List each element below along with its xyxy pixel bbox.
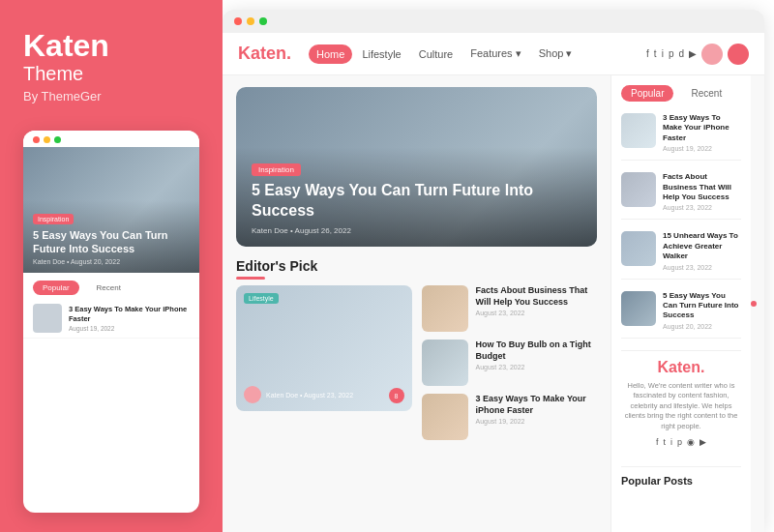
dot-red bbox=[33, 136, 40, 143]
sidebar-medium-icon[interactable]: ◉ bbox=[687, 437, 695, 447]
browser-nav: Katen. Home Lifestyle Culture Features ▾… bbox=[223, 33, 764, 75]
nav-links: Home Lifestyle Culture Features ▾ Shop ▾ bbox=[309, 44, 646, 64]
brand-by: By ThemeGer bbox=[23, 89, 199, 103]
editor-list-item-1[interactable]: How To Buy Bulb on a Tight Budget August… bbox=[422, 340, 598, 386]
dot-yellow bbox=[44, 136, 50, 143]
editor-meta-text: Katen Doe • August 23, 2022 bbox=[266, 392, 353, 399]
sidebar-twitter-icon[interactable]: t bbox=[663, 437, 666, 447]
editor-right-col: Facts About Business That Will Help You … bbox=[422, 285, 598, 440]
editor-thumb-2 bbox=[422, 394, 468, 440]
editors-section-header: Editor's Pick bbox=[236, 258, 597, 280]
instagram-icon: i bbox=[662, 48, 664, 59]
sidebar-post-info-2: 15 Unheard Ways To Achieve Greater Walke… bbox=[663, 231, 741, 270]
editor-info-2: 3 Easy Ways To Make Your iPhone Faster A… bbox=[476, 394, 598, 425]
editor-card-meta: Katen Doe • August 23, 2022 bbox=[244, 386, 353, 403]
hero-tag: Inspiration bbox=[252, 163, 301, 176]
editor-list-item-0[interactable]: Facts About Business That Will Help You … bbox=[422, 285, 598, 332]
mobile-tag: Inspiration bbox=[33, 214, 74, 224]
sidebar-brand-name: Katen. bbox=[621, 359, 741, 376]
sidebar-post-info-3: 5 Easy Ways You Can Turn Future Into Suc… bbox=[663, 291, 741, 330]
scroll-indicator bbox=[751, 75, 764, 532]
facebook-icon: f bbox=[646, 48, 649, 59]
editors-grid: Lifestyle Katen Doe • August 23, 2022 8 bbox=[236, 285, 597, 440]
editor-info-1: How To Buy Bulb on a Tight Budget August… bbox=[476, 340, 598, 370]
hero-title: 5 Easy Ways You Can Turn Future Into Suc… bbox=[252, 181, 542, 222]
editor-title-1: How To Buy Bulb on a Tight Budget bbox=[476, 340, 598, 362]
editor-date-0: August 23, 2022 bbox=[476, 310, 598, 316]
comments-badge: 8 bbox=[389, 388, 404, 403]
sidebar-post-0[interactable]: 3 Easy Ways To Make Your iPhone Faster A… bbox=[621, 113, 741, 161]
sidebar-thumb-0 bbox=[621, 113, 656, 148]
section-underline bbox=[236, 277, 265, 280]
nav-avatar-1[interactable] bbox=[701, 44, 723, 65]
browser-center: Inspiration 5 Easy Ways You Can Turn Fut… bbox=[223, 75, 610, 532]
browser-topbar bbox=[223, 10, 764, 33]
mobile-list-text: 3 Easy Ways To Make Your iPhone Faster A… bbox=[69, 305, 190, 332]
sidebar-tabs: Popular Recent bbox=[621, 85, 741, 102]
sidebar-post-2[interactable]: 15 Unheard Ways To Achieve Greater Walke… bbox=[621, 231, 741, 279]
sidebar-post-date-2: August 23, 2022 bbox=[663, 264, 741, 271]
sidebar-post-1[interactable]: Facts About Business That Will Help You … bbox=[621, 172, 741, 220]
mobile-list-title: 3 Easy Ways To Make Your iPhone Faster bbox=[69, 305, 190, 324]
mobile-tab-popular[interactable]: Popular bbox=[33, 281, 79, 295]
left-panel: Katen Theme By ThemeGer Inspiration 5 Ea… bbox=[0, 0, 223, 532]
left-brand: Katen Theme By ThemeGer bbox=[23, 29, 199, 103]
sidebar-youtube-icon[interactable]: ▶ bbox=[700, 437, 706, 447]
sidebar-pinterest-icon[interactable]: p bbox=[677, 437, 682, 447]
nav-link-lifestyle[interactable]: Lifestyle bbox=[354, 44, 408, 64]
nav-brand: Katen. bbox=[238, 44, 291, 64]
sidebar-post-info-0: 3 Easy Ways To Make Your iPhone Faster A… bbox=[663, 113, 741, 152]
pinterest-icon: p bbox=[669, 48, 674, 59]
nav-link-home[interactable]: Home bbox=[309, 44, 352, 64]
editor-card-large[interactable]: Lifestyle Katen Doe • August 23, 2022 8 bbox=[236, 285, 412, 411]
mobile-tab-recent[interactable]: Recent bbox=[87, 281, 131, 295]
mobile-hero-overlay: Inspiration 5 Easy Ways You Can Turn Fut… bbox=[23, 200, 199, 274]
dot-green bbox=[54, 136, 61, 143]
hero-overlay: Inspiration 5 Easy Ways You Can Turn Fut… bbox=[236, 147, 597, 247]
mobile-list-thumb bbox=[33, 304, 62, 333]
sidebar-tab-popular[interactable]: Popular bbox=[621, 85, 673, 102]
mobile-hero: Inspiration 5 Easy Ways You Can Turn Fut… bbox=[23, 147, 199, 273]
editor-title-2: 3 Easy Ways To Make Your iPhone Faster bbox=[476, 394, 598, 416]
editor-thumb-0 bbox=[422, 285, 468, 332]
editor-thumb-1 bbox=[422, 340, 468, 386]
editor-avatar bbox=[244, 386, 261, 403]
mobile-tabs: Popular Recent bbox=[23, 273, 199, 299]
sidebar-thumb-2 bbox=[621, 231, 656, 266]
browser-main: Inspiration 5 Easy Ways You Can Turn Fut… bbox=[223, 75, 764, 532]
editor-card-tag: Lifestyle bbox=[244, 293, 279, 304]
sidebar-post-date-0: August 19, 2022 bbox=[663, 145, 741, 152]
nav-link-shop[interactable]: Shop ▾ bbox=[531, 44, 580, 64]
nav-link-culture[interactable]: Culture bbox=[411, 44, 461, 64]
mobile-header bbox=[23, 131, 199, 147]
nav-icons: f t i p d ▶ bbox=[646, 44, 749, 65]
editors-section: Editor's Pick Lifestyle Katen Doe • Augu… bbox=[236, 258, 597, 440]
sidebar-brand-desc: Hello, We're content writer who is fasci… bbox=[621, 381, 741, 432]
twitter-icon: t bbox=[654, 48, 657, 59]
hero-card[interactable]: Inspiration 5 Easy Ways You Can Turn Fut… bbox=[236, 87, 597, 247]
sidebar-instagram-icon[interactable]: i bbox=[670, 437, 672, 447]
editor-date-2: August 19, 2022 bbox=[476, 418, 598, 425]
browser-dot-yellow bbox=[247, 17, 254, 25]
browser-content: Katen. Home Lifestyle Culture Features ▾… bbox=[223, 33, 764, 532]
browser-dot-red bbox=[234, 17, 242, 25]
editor-date-1: August 23, 2022 bbox=[476, 364, 598, 370]
sidebar-post-title-1: Facts About Business That Will Help You … bbox=[663, 172, 741, 202]
sidebar-post-title-3: 5 Easy Ways You Can Turn Future Into Suc… bbox=[663, 291, 741, 321]
sidebar-post-3[interactable]: 5 Easy Ways You Can Turn Future Into Suc… bbox=[621, 291, 741, 339]
mobile-preview: Inspiration 5 Easy Ways You Can Turn Fut… bbox=[23, 131, 199, 513]
mobile-hero-title: 5 Easy Ways You Can Turn Future Into Suc… bbox=[33, 228, 190, 256]
editor-list-item-2[interactable]: 3 Easy Ways To Make Your iPhone Faster A… bbox=[422, 394, 598, 440]
mobile-hero-meta: Katen Doe • August 20, 2022 bbox=[33, 258, 190, 265]
sidebar-facebook-icon[interactable]: f bbox=[656, 437, 659, 447]
mobile-list-date: August 19, 2022 bbox=[69, 325, 190, 332]
browser-dot-green bbox=[259, 17, 267, 25]
editor-title-0: Facts About Business That Will Help You … bbox=[476, 285, 598, 308]
nav-link-features[interactable]: Features ▾ bbox=[462, 44, 528, 64]
sidebar-tab-recent[interactable]: Recent bbox=[681, 85, 731, 102]
right-dot bbox=[751, 301, 757, 307]
nav-avatar-2[interactable] bbox=[728, 44, 749, 65]
sidebar-social-icons: f t i p ◉ ▶ bbox=[621, 437, 741, 447]
sidebar-post-date-1: August 23, 2022 bbox=[663, 204, 741, 211]
tiktok-icon: d bbox=[678, 48, 684, 59]
